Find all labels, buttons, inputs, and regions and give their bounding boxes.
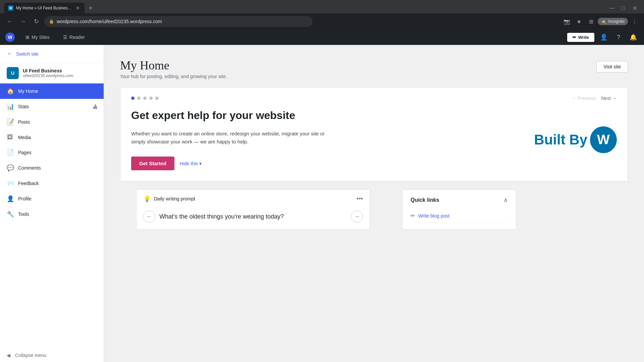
nav-label-tools: Tools	[18, 212, 97, 217]
sidebar-item-comments[interactable]: 💬 Comments	[0, 160, 104, 176]
site-info: U UI Feed Business uifeed20235.wordpress…	[0, 63, 104, 83]
tab-title: My Home « UI Feed Business — W...	[16, 6, 72, 10]
tab-close-button[interactable]: ✕	[75, 5, 80, 11]
notifications-button[interactable]: 🔔	[628, 32, 639, 43]
media-icon: 🖼	[7, 134, 13, 141]
help-button[interactable]: ?	[613, 32, 624, 43]
carousel-dot-4[interactable]	[149, 97, 153, 100]
carousel-nav: ← Previous Next →	[131, 96, 617, 101]
stats-icon: 📊	[7, 103, 13, 110]
card-body-text: Whether you want to create an online sto…	[131, 130, 332, 146]
nav-label-comments: Comments	[18, 165, 97, 171]
quick-links-header: Quick links ∧	[411, 196, 508, 204]
page-subtitle: Your hub for posting, editing, and growi…	[120, 74, 227, 79]
hide-this-chevron: ▾	[199, 161, 202, 166]
prompt-prev-button[interactable]: ←	[143, 210, 155, 223]
nav-label-posts: Posts	[18, 119, 97, 125]
comments-icon: 💬	[7, 164, 13, 172]
back-button[interactable]: ←	[4, 16, 15, 27]
sidebar-item-feedback[interactable]: 📨 Feedback	[0, 176, 104, 191]
sidebar-item-tools[interactable]: 🔧 Tools	[0, 206, 104, 222]
collapse-menu-item[interactable]: ◀ Collapse menu	[0, 349, 104, 362]
quick-link-write-post[interactable]: ✏ Write blog post	[411, 209, 508, 223]
browser-chrome: W My Home « UI Feed Business — W... ✕ + …	[0, 0, 644, 29]
new-tab-button[interactable]: +	[86, 3, 95, 13]
my-sites-nav[interactable]: ⊞ My Sites	[23, 33, 52, 41]
my-sites-label: My Sites	[32, 35, 50, 40]
card-content: Get expert help for your website Whether…	[131, 109, 617, 170]
window-maximize-button[interactable]: □	[618, 3, 629, 13]
card-actions: Get Started Hide this ▾	[131, 157, 526, 170]
carousel-next-label: Next	[601, 96, 611, 101]
prompt-title-text: Daily writing prompt	[154, 196, 195, 201]
content-area: My Home Your hub for posting, editing, a…	[104, 45, 644, 362]
browser-actions: 📷 ★ ⊞ 🕵 Incognito ⋮	[561, 16, 640, 27]
collapse-label: Collapse menu	[15, 353, 46, 358]
card-image: Built By W	[534, 126, 617, 153]
url-bar[interactable]: 🔒 wordpress.com/home/uifeed20235.wordpre…	[44, 16, 313, 27]
reload-button[interactable]: ↻	[31, 16, 42, 27]
camera-button[interactable]: 📷	[561, 16, 572, 27]
feedback-icon: 📨	[7, 180, 13, 187]
incognito-icon: 🕵	[601, 19, 606, 24]
bottom-cards: 💡 Daily writing prompt ••• ← What's the …	[104, 189, 644, 238]
nav-label-profile: Profile	[18, 196, 97, 201]
write-icon: ✏	[573, 35, 576, 40]
forward-button[interactable]: →	[17, 16, 28, 27]
carousel-next-button[interactable]: Next →	[601, 96, 617, 101]
prompt-header: 💡 Daily writing prompt •••	[137, 190, 370, 208]
nav-label-feedback: Feedback	[18, 181, 97, 186]
tab-bar: W My Home « UI Feed Business — W... ✕ + …	[0, 0, 644, 13]
sidebar-item-profile[interactable]: 👤 Profile	[0, 191, 104, 206]
sidebar: ← Switch site U UI Feed Business uifeed2…	[0, 45, 104, 362]
site-details: UI Feed Business uifeed20235.wordpress.c…	[23, 68, 73, 78]
carousel-dot-5[interactable]	[155, 97, 159, 100]
sidebar-item-my-home[interactable]: 🏠 My Home	[0, 83, 104, 99]
quick-links-collapse-button[interactable]: ∧	[503, 196, 508, 204]
prompt-more-button[interactable]: •••	[357, 195, 363, 202]
switch-site-label: Switch site	[16, 51, 39, 57]
wp-logo: W	[5, 33, 15, 42]
active-tab[interactable]: W My Home « UI Feed Business — W... ✕	[4, 3, 85, 13]
back-arrow-icon: ←	[7, 50, 13, 57]
sidebar-item-stats[interactable]: 📊 Stats	[0, 99, 104, 114]
window-close-button[interactable]: ✕	[629, 3, 640, 13]
avatar-button[interactable]: 👤	[598, 32, 609, 43]
reader-nav[interactable]: ☰ Reader	[60, 33, 88, 41]
sidebar-item-pages[interactable]: 📄 Pages	[0, 145, 104, 160]
hide-this-button[interactable]: Hide this ▾	[180, 161, 202, 166]
visit-site-button[interactable]: Visit site	[596, 61, 628, 72]
nav-label-my-home: My Home	[18, 88, 97, 94]
prompt-next-button[interactable]: →	[351, 210, 363, 223]
page-title: My Home	[120, 58, 227, 72]
hide-this-label: Hide this	[180, 161, 198, 166]
prompt-icon: 💡	[143, 195, 151, 202]
write-button[interactable]: ✏ Write	[567, 33, 594, 42]
bookmark-button[interactable]: ★	[574, 16, 584, 27]
carousel-prev-button[interactable]: ← Previous	[572, 96, 596, 101]
card-heading: Get expert help for your website	[131, 109, 526, 122]
lock-icon: 🔒	[49, 19, 54, 24]
pages-icon: 📄	[7, 149, 13, 156]
menu-button[interactable]: ⋮	[629, 16, 640, 27]
carousel-dot-1[interactable]	[131, 97, 135, 100]
site-name: UI Feed Business	[23, 68, 73, 73]
reader-icon: ☰	[63, 35, 67, 40]
extension-button[interactable]: ⊞	[586, 16, 596, 27]
window-minimize-button[interactable]: —	[606, 3, 617, 13]
sidebar-item-posts[interactable]: 📝 Posts	[0, 114, 104, 130]
my-sites-icon: ⊞	[25, 35, 30, 40]
posts-icon: 📝	[7, 118, 13, 126]
carousel-dot-3[interactable]	[143, 97, 147, 100]
page-title-section: My Home Your hub for posting, editing, a…	[120, 58, 227, 79]
sidebar-item-media[interactable]: 🖼 Media	[0, 130, 104, 145]
header-right: ✏ Write 👤 ? 🔔	[567, 32, 639, 43]
prompt-card: 💡 Daily writing prompt ••• ← What's the …	[136, 189, 370, 230]
stats-mini-chart	[93, 104, 97, 109]
get-started-button[interactable]: Get Started	[131, 157, 174, 170]
carousel-dot-2[interactable]	[137, 97, 141, 100]
carousel-prev-label: Previous	[578, 96, 596, 101]
switch-site-item[interactable]: ← Switch site	[0, 45, 104, 63]
nav-label-pages: Pages	[18, 150, 97, 155]
quick-link-pencil-icon: ✏	[411, 213, 415, 219]
